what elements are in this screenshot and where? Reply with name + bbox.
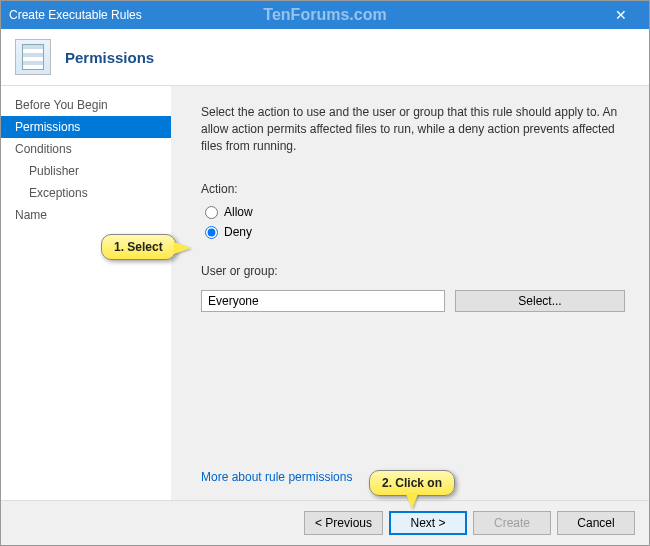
close-icon: ✕ [615,7,627,23]
wizard-body: Before You Begin Permissions Conditions … [1,86,649,500]
watermark: TenForums.com [263,6,386,24]
cancel-button[interactable]: Cancel [557,511,635,535]
radio-deny-label: Deny [224,225,252,239]
wizard-steps-sidebar: Before You Begin Permissions Conditions … [1,86,171,500]
page-title: Permissions [65,49,154,66]
next-button[interactable]: Next > [389,511,467,535]
radio-deny[interactable]: Deny [205,225,625,239]
select-user-button[interactable]: Select... [455,290,625,312]
previous-button[interactable]: < Previous [304,511,383,535]
wizard-window: Create Executable Rules TenForums.com ✕ … [0,0,650,546]
wizard-content: Select the action to use and the user or… [171,86,649,500]
wizard-header: Permissions [1,29,649,86]
annotation-select: 1. Select [101,234,176,260]
sidebar-item-exceptions[interactable]: Exceptions [1,182,171,204]
sidebar-item-before-you-begin[interactable]: Before You Begin [1,94,171,116]
instructions-text: Select the action to use and the user or… [201,104,625,154]
titlebar[interactable]: Create Executable Rules TenForums.com ✕ [1,1,649,29]
rule-icon [15,39,51,75]
sidebar-item-name[interactable]: Name [1,204,171,226]
radio-allow[interactable]: Allow [205,205,625,219]
annotation-click-on: 2. Click on [369,470,455,496]
radio-allow-label: Allow [224,205,253,219]
radio-allow-input[interactable] [205,206,218,219]
create-button: Create [473,511,551,535]
sidebar-item-publisher[interactable]: Publisher [1,160,171,182]
action-label: Action: [201,182,625,196]
sidebar-item-conditions[interactable]: Conditions [1,138,171,160]
sidebar-item-permissions[interactable]: Permissions [1,116,171,138]
user-group-label: User or group: [201,264,625,278]
close-button[interactable]: ✕ [601,1,641,29]
window-title: Create Executable Rules [9,8,142,22]
user-group-row: Select... [201,290,625,312]
wizard-footer: < Previous Next > Create Cancel [1,500,649,545]
user-group-field[interactable] [201,290,445,312]
radio-deny-input[interactable] [205,226,218,239]
